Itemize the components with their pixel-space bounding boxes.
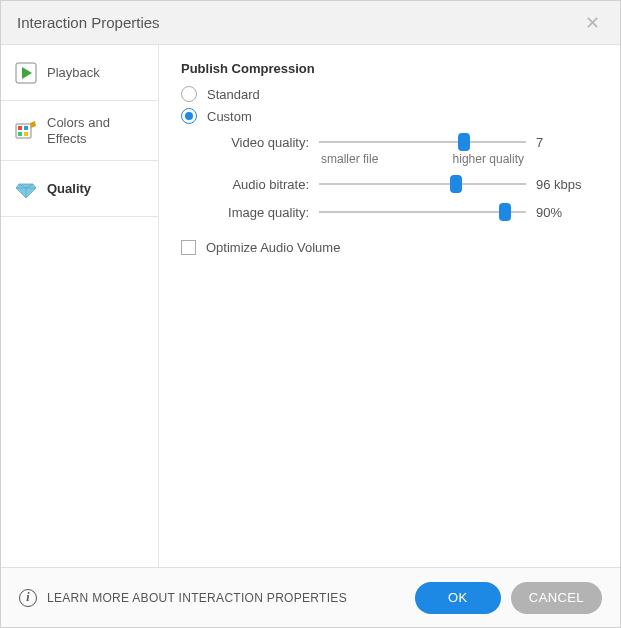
info-icon: i	[19, 589, 37, 607]
slider-value-audio: 96 kbps	[536, 177, 598, 192]
svg-rect-4	[18, 132, 22, 136]
slider-row-video-quality: Video quality: 7	[209, 132, 598, 152]
slider-value-image: 90%	[536, 205, 598, 220]
slider-track	[319, 183, 526, 185]
slider-thumb	[458, 133, 470, 151]
slider-max-label: higher quality	[453, 152, 524, 166]
slider-row-image-quality: Image quality: 90%	[209, 202, 598, 222]
dialog-body: Playback Colors and Effects	[1, 45, 620, 567]
svg-rect-5	[24, 132, 28, 136]
checkbox-icon-unchecked	[181, 240, 196, 255]
svg-rect-3	[24, 126, 28, 130]
slider-min-label: smaller file	[321, 152, 378, 166]
slider-label-video: Video quality:	[209, 135, 309, 150]
radio-icon-checked	[181, 108, 197, 124]
diamond-icon	[15, 178, 37, 200]
sidebar-label-colors-effects: Colors and Effects	[47, 115, 144, 146]
sidebar: Playback Colors and Effects	[1, 45, 159, 567]
palette-icon	[15, 120, 37, 142]
slider-image-quality[interactable]	[319, 202, 526, 222]
sidebar-item-playback[interactable]: Playback	[1, 45, 158, 101]
sidebar-label-quality: Quality	[47, 181, 91, 197]
play-icon	[15, 62, 37, 84]
slider-minmax-video: smaller file higher quality	[209, 154, 598, 166]
slider-value-video: 7	[536, 135, 598, 150]
custom-sliders-group: Video quality: 7 smaller file higher qua…	[209, 132, 598, 222]
titlebar: Interaction Properties ✕	[1, 1, 620, 45]
slider-track	[319, 141, 526, 143]
ok-button[interactable]: OK	[415, 582, 501, 614]
radio-custom[interactable]: Custom	[181, 108, 598, 124]
close-button[interactable]: ✕	[581, 10, 604, 36]
learn-more-link[interactable]: LEARN MORE ABOUT INTERACTION PROPERTIES	[47, 591, 347, 605]
slider-audio-bitrate[interactable]	[319, 174, 526, 194]
slider-thumb	[499, 203, 511, 221]
radio-label-standard: Standard	[207, 87, 260, 102]
slider-label-audio: Audio bitrate:	[209, 177, 309, 192]
slider-row-audio-bitrate: Audio bitrate: 96 kbps	[209, 174, 598, 194]
sidebar-label-playback: Playback	[47, 65, 100, 81]
dialog-title: Interaction Properties	[17, 14, 160, 31]
section-title-compression: Publish Compression	[181, 61, 598, 76]
sidebar-item-colors-effects[interactable]: Colors and Effects	[1, 101, 158, 161]
dialog-footer: i LEARN MORE ABOUT INTERACTION PROPERTIE…	[1, 567, 620, 627]
checkbox-optimize-audio[interactable]: Optimize Audio Volume	[181, 240, 598, 255]
slider-label-image: Image quality:	[209, 205, 309, 220]
interaction-properties-dialog: Interaction Properties ✕ Playback	[0, 0, 621, 628]
sidebar-item-quality[interactable]: Quality	[1, 161, 158, 217]
radio-label-custom: Custom	[207, 109, 252, 124]
svg-rect-2	[18, 126, 22, 130]
slider-thumb	[450, 175, 462, 193]
radio-icon-unchecked	[181, 86, 197, 102]
slider-video-quality[interactable]	[319, 132, 526, 152]
quality-panel: Publish Compression Standard Custom Vide…	[159, 45, 620, 567]
radio-standard[interactable]: Standard	[181, 86, 598, 102]
cancel-button[interactable]: CANCEL	[511, 582, 602, 614]
slider-track	[319, 211, 526, 213]
close-icon: ✕	[585, 13, 600, 33]
checkbox-label-optimize-audio: Optimize Audio Volume	[206, 240, 340, 255]
